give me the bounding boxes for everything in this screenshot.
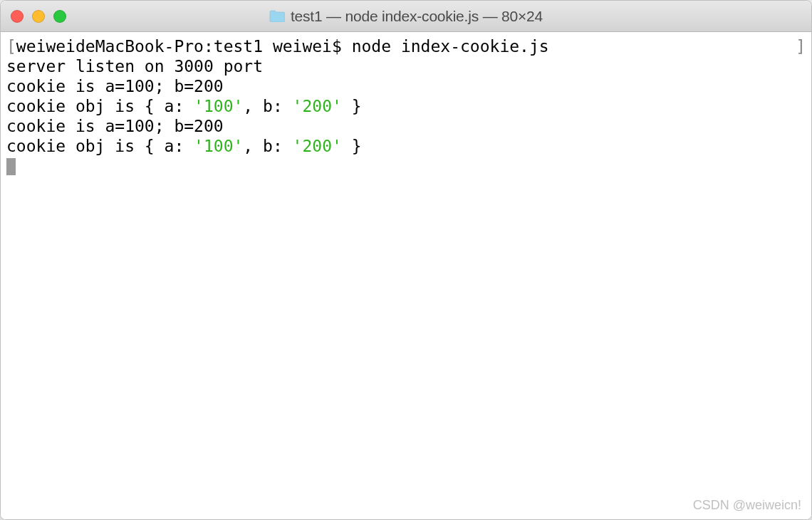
prompt-line: [weiweideMacBook-Pro:test1 weiwei$ node … <box>6 36 806 56</box>
terminal-text-segment: '100' <box>194 137 243 155</box>
prompt-bracket-right: ] <box>796 36 806 56</box>
terminal-cursor <box>6 158 16 175</box>
close-icon[interactable] <box>11 10 24 23</box>
terminal-line: server listen on 3000 port <box>6 56 806 76</box>
terminal-body[interactable]: [weiweideMacBook-Pro:test1 weiwei$ node … <box>1 32 811 519</box>
terminal-line: cookie is a=100; b=200 <box>6 116 806 136</box>
terminal-text-segment: , b: <box>243 97 292 115</box>
terminal-line: cookie obj is { a: '100', b: '200' } <box>6 96 806 116</box>
terminal-text-segment: } <box>342 137 362 155</box>
window-title-text: test1 — node index-cookie.js — 80×24 <box>291 8 543 25</box>
terminal-text-segment: cookie obj is { a: <box>6 137 194 155</box>
terminal-output: server listen on 3000 portcookie is a=10… <box>6 56 806 156</box>
terminal-text-segment: '200' <box>293 137 342 155</box>
terminal-line: cookie obj is { a: '100', b: '200' } <box>6 136 806 156</box>
prompt-command: node index-cookie.js <box>352 37 549 56</box>
terminal-window: test1 — node index-cookie.js — 80×24 [we… <box>0 0 812 520</box>
titlebar[interactable]: test1 — node index-cookie.js — 80×24 <box>1 1 811 32</box>
minimize-icon[interactable] <box>32 10 45 23</box>
prompt-host: weiweideMacBook-Pro:test1 weiwei$ <box>16 37 352 56</box>
traffic-lights <box>11 10 66 23</box>
terminal-line: cookie is a=100; b=200 <box>6 76 806 96</box>
maximize-icon[interactable] <box>53 10 66 23</box>
watermark: CSDN @weiweicn! <box>693 498 801 514</box>
window-title: test1 — node index-cookie.js — 80×24 <box>269 8 543 25</box>
terminal-text-segment: , b: <box>243 137 292 155</box>
terminal-text-segment: '100' <box>194 97 243 115</box>
terminal-text-segment: server listen on 3000 port <box>6 57 263 76</box>
terminal-text-segment: } <box>342 97 362 115</box>
terminal-text-segment: cookie obj is { a: <box>6 97 194 115</box>
folder-icon <box>269 10 285 22</box>
terminal-text-segment: cookie is a=100; b=200 <box>6 117 224 135</box>
terminal-text-segment: cookie is a=100; b=200 <box>6 77 224 95</box>
prompt-bracket-left: [ <box>6 37 16 56</box>
terminal-text-segment: '200' <box>293 97 342 115</box>
